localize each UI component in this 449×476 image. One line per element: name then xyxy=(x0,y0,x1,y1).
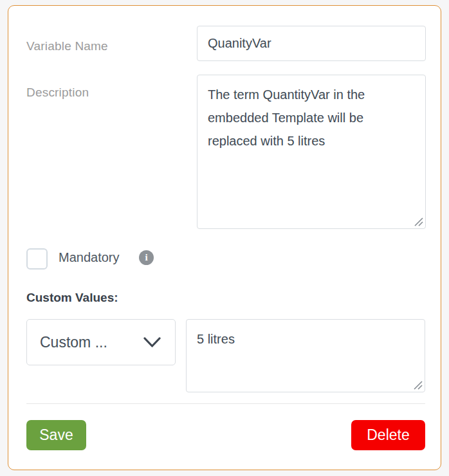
mandatory-label: Mandatory xyxy=(59,250,120,265)
variable-editor-panel: Variable Name Description The term Quant… xyxy=(8,5,441,470)
description-label: Description xyxy=(26,86,89,100)
save-button[interactable]: Save xyxy=(26,420,86,450)
variable-name-input[interactable] xyxy=(197,26,426,61)
resize-handle-icon[interactable] xyxy=(414,217,423,226)
custom-value-textarea[interactable]: 5 litres xyxy=(186,319,425,392)
dropdown-selected-value: Custom ... xyxy=(40,334,107,351)
info-icon[interactable]: i xyxy=(139,250,154,265)
description-textarea[interactable]: The term QuantityVar in the embedded Tem… xyxy=(197,75,426,229)
custom-value-text: 5 litres xyxy=(197,332,235,346)
mandatory-checkbox[interactable] xyxy=(26,248,48,270)
custom-values-heading: Custom Values: xyxy=(26,291,118,305)
resize-handle-icon[interactable] xyxy=(414,381,423,390)
description-text: The term QuantityVar in the embedded Tem… xyxy=(208,87,365,148)
delete-button[interactable]: Delete xyxy=(351,420,425,450)
custom-values-dropdown[interactable]: Custom ... xyxy=(26,319,176,365)
variable-name-label: Variable Name xyxy=(26,39,108,53)
chevron-down-icon xyxy=(143,337,161,348)
footer-divider xyxy=(26,403,425,404)
